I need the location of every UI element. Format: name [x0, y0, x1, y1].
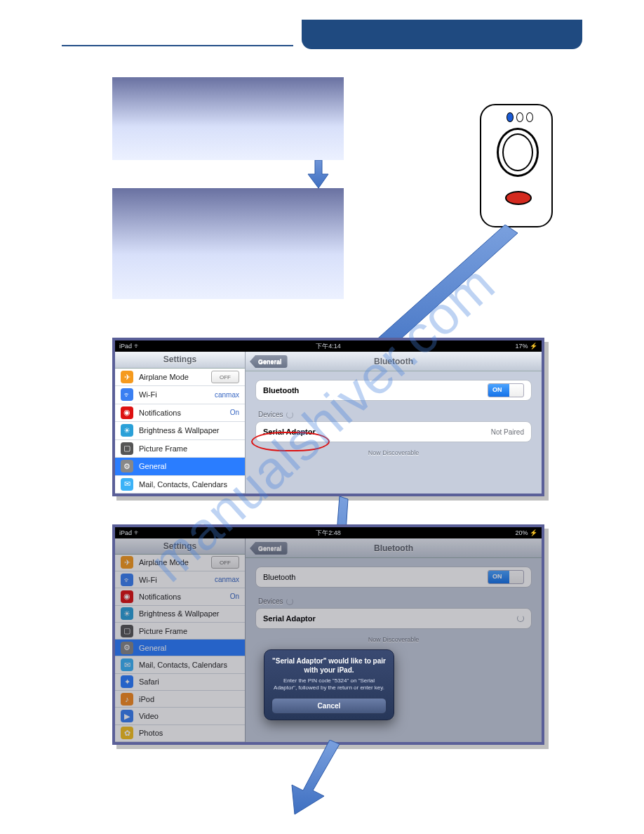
- airplane-toggle[interactable]: OFF: [211, 371, 239, 383]
- bluetooth-toggle-row[interactable]: Bluetooth ON: [255, 567, 532, 588]
- notifications-icon: ◉: [121, 590, 133, 603]
- sidebar-item-label: Airplane Mode: [139, 373, 189, 381]
- wifi-icon: ᯤ: [121, 388, 133, 401]
- devices-section-label: Devices: [246, 404, 542, 421]
- devices-section-label: Devices: [246, 590, 542, 608]
- dialog-body: Enter the PIN code "5324" on "Serial Ada…: [271, 677, 387, 692]
- bluetooth-toggle-row[interactable]: Bluetooth ON: [255, 380, 532, 401]
- status-left: iPad ᯤ: [119, 529, 140, 536]
- video-icon: ▶: [121, 710, 133, 722]
- wifi-value: canmax: [215, 391, 239, 399]
- device-row-serial-adaptor[interactable]: Serial Adaptor Not Paired: [255, 421, 532, 442]
- sidebar-item-label: Brightness & Wallpaper: [139, 609, 220, 618]
- sidebar-item-picture-frame[interactable]: ▢Picture Frame: [115, 623, 245, 640]
- sidebar-item-label: Wi-Fi: [139, 390, 157, 399]
- sidebar-item-mail[interactable]: ✉ Mail, Contacts, Calendars: [115, 476, 245, 494]
- arrow-down-icon: [288, 740, 351, 817]
- sidebar-item-airplane[interactable]: ✈Airplane ModeOFF: [115, 555, 245, 571]
- sidebar-item-general[interactable]: ⚙ General: [115, 458, 245, 475]
- status-time: 下午2:48: [316, 529, 341, 538]
- notif-value: On: [230, 593, 239, 600]
- barcode-placeholder-2: [112, 188, 344, 299]
- sidebar-title: Settings: [115, 538, 245, 555]
- sidebar-item-label: Video: [139, 712, 159, 720]
- sidebar-item-label: Wi-Fi: [139, 576, 157, 584]
- detail-header: General Bluetooth: [246, 538, 542, 558]
- device-name: Serial Adaptor: [263, 614, 316, 623]
- sidebar-item-label: Airplane Mode: [139, 558, 189, 567]
- sidebar-item-notifications[interactable]: ◉ Notifications On: [115, 404, 245, 422]
- back-button[interactable]: General: [250, 355, 288, 368]
- page-header: [62, 20, 582, 48]
- ipod-icon: ♪: [121, 693, 133, 706]
- scan-ring-icon: [497, 128, 539, 177]
- mail-icon: ✉: [121, 478, 133, 491]
- notif-value: On: [230, 409, 239, 416]
- airplane-toggle[interactable]: OFF: [211, 556, 239, 569]
- notifications-icon: ◉: [121, 406, 133, 419]
- sidebar-item-label: Picture Frame: [139, 444, 187, 453]
- sidebar-item-photos[interactable]: ✿Photos: [115, 725, 245, 742]
- led-blue-icon: [507, 112, 514, 122]
- device-row-serial-adaptor[interactable]: Serial Adaptor: [255, 608, 532, 629]
- airplane-icon: ✈: [121, 371, 133, 383]
- sidebar-item-label: Notifications: [139, 409, 181, 417]
- sidebar-item-notifications[interactable]: ◉NotificationsOn: [115, 588, 245, 605]
- brightness-icon: ☀: [121, 607, 133, 620]
- sidebar-item-video[interactable]: ▶Video: [115, 708, 245, 724]
- detail-header: General Bluetooth: [246, 352, 542, 371]
- scanner-device-diagram: [480, 104, 553, 227]
- bluetooth-switch[interactable]: ON: [488, 383, 524, 397]
- sidebar-item-label: Photos: [139, 729, 163, 737]
- sidebar-item-label: Notifications: [139, 593, 181, 601]
- picture-frame-icon: ▢: [121, 625, 133, 637]
- spinner-icon: [517, 615, 524, 622]
- detail-pane: General Bluetooth Bluetooth ON Devices S…: [246, 352, 542, 494]
- sidebar-item-label: Mail, Contacts, Calendars: [139, 480, 227, 489]
- status-left: iPad ᯤ: [119, 343, 140, 350]
- airplane-icon: ✈: [121, 556, 133, 569]
- bluetooth-label: Bluetooth: [263, 573, 295, 581]
- back-button[interactable]: General: [250, 542, 288, 555]
- discoverable-text: Now Discoverable: [246, 445, 542, 456]
- sidebar-item-wifi[interactable]: ᯤ Wi-Fi canmax: [115, 386, 245, 404]
- bluetooth-label: Bluetooth: [263, 386, 299, 395]
- gear-icon: ⚙: [121, 642, 133, 654]
- sidebar-item-label: Safari: [139, 677, 159, 686]
- header-tab: [302, 20, 582, 49]
- sidebar-item-label: General: [139, 644, 166, 652]
- detail-title: Bluetooth: [374, 543, 413, 553]
- sidebar-item-label: Brightness & Wallpaper: [139, 426, 220, 435]
- sidebar-item-airplane[interactable]: ✈ Airplane Mode OFF: [115, 369, 245, 386]
- sidebar-item-general[interactable]: ⚙General: [115, 640, 245, 656]
- cancel-button[interactable]: Cancel: [271, 698, 387, 714]
- sidebar-item-brightness[interactable]: ☀ Brightness & Wallpaper: [115, 422, 245, 439]
- mail-icon: ✉: [121, 658, 133, 671]
- header-underline: [62, 45, 293, 46]
- sidebar-item-label: Mail, Contacts, Calendars: [139, 661, 227, 669]
- barcode-placeholder-1: [112, 77, 344, 160]
- sidebar-item-wifi[interactable]: ᯤWi-Ficanmax: [115, 571, 245, 588]
- screenshot-bluetooth-list: iPad ᯤ 下午4:14 17% ⚡ Settings ✈ Airplane …: [112, 338, 544, 496]
- wifi-icon: ᯤ: [121, 574, 133, 586]
- spinner-icon: [286, 598, 293, 605]
- sidebar-item-picture-frame[interactable]: ▢ Picture Frame: [115, 440, 245, 458]
- bluetooth-switch[interactable]: ON: [488, 570, 524, 584]
- safari-icon: ✦: [121, 675, 133, 688]
- status-bar: iPad ᯤ 下午2:48 20% ⚡: [115, 527, 542, 538]
- device-status: Not Paired: [491, 428, 524, 436]
- picture-frame-icon: ▢: [121, 442, 133, 455]
- sidebar-item-mail[interactable]: ✉Mail, Contacts, Calendars: [115, 656, 245, 673]
- trigger-button-icon: [505, 191, 532, 205]
- sidebar-item-ipod[interactable]: ♪iPod: [115, 691, 245, 708]
- sidebar-item-safari[interactable]: ✦Safari: [115, 674, 245, 691]
- sidebar-item-label: iPod: [139, 695, 154, 703]
- status-battery: 20% ⚡: [515, 529, 537, 536]
- dialog-title: "Serial Adaptor" would like to pair with…: [271, 657, 387, 675]
- sidebar-item-label: Picture Frame: [139, 627, 187, 635]
- discoverable-text: Now Discoverable: [246, 632, 542, 643]
- settings-sidebar: Settings ✈Airplane ModeOFF ᯤWi-Ficanmax …: [115, 538, 246, 742]
- sidebar-item-brightness[interactable]: ☀Brightness & Wallpaper: [115, 606, 245, 623]
- sidebar-item-label: General: [139, 462, 166, 470]
- sidebar-title: Settings: [115, 352, 245, 369]
